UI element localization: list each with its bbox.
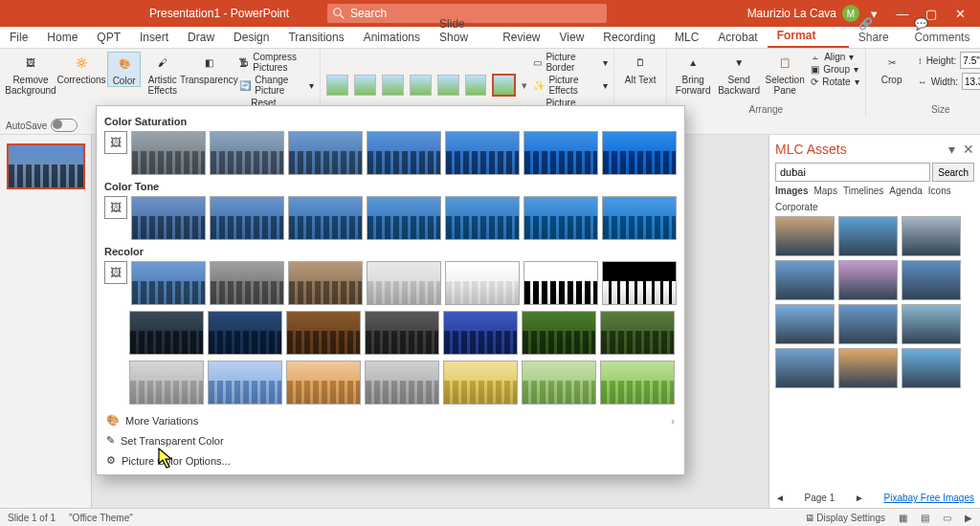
- tab-home[interactable]: Home: [37, 27, 87, 48]
- color-preset[interactable]: [367, 261, 441, 305]
- change-picture-button[interactable]: 🔄Change Picture ▾: [239, 75, 314, 96]
- no-recolor-button[interactable]: 🖼: [104, 261, 127, 284]
- color-preset[interactable]: [131, 261, 206, 305]
- style-preset[interactable]: [437, 75, 459, 96]
- width-input[interactable]: [962, 73, 980, 90]
- color-preset[interactable]: [445, 196, 520, 240]
- color-preset[interactable]: [523, 196, 598, 240]
- asset-thumb[interactable]: [775, 216, 835, 256]
- set-transparent-color-button[interactable]: ✎Set Transparent Color: [104, 430, 677, 450]
- asset-thumb[interactable]: [838, 348, 898, 388]
- mlc-tab-maps[interactable]: Maps: [813, 186, 836, 196]
- color-preset[interactable]: [445, 131, 520, 175]
- tab-draw[interactable]: Draw: [178, 27, 224, 48]
- asset-thumb[interactable]: [775, 348, 835, 388]
- color-preset[interactable]: [286, 311, 361, 355]
- asset-thumb[interactable]: [902, 216, 961, 256]
- color-preset[interactable]: [365, 361, 439, 405]
- color-preset[interactable]: [522, 361, 596, 405]
- tab-insert[interactable]: Insert: [130, 27, 178, 48]
- asset-thumb[interactable]: [838, 304, 898, 344]
- group-button[interactable]: ▣Group ▾: [811, 64, 858, 75]
- view-reading-icon[interactable]: ▭: [943, 513, 951, 523]
- compress-pictures-button[interactable]: 🗜Compress Pictures: [239, 52, 314, 73]
- color-preset[interactable]: [443, 361, 518, 405]
- picture-color-options-button[interactable]: ⚙Picture Color Options...: [104, 450, 677, 471]
- styles-more-icon[interactable]: ▾: [522, 79, 527, 92]
- color-preset[interactable]: [210, 261, 284, 305]
- color-preset[interactable]: [129, 311, 204, 355]
- no-recolor-button[interactable]: 🖼: [104, 196, 127, 219]
- crop-button[interactable]: ✂Crop: [872, 52, 912, 85]
- height-field[interactable]: ↕Height:: [918, 52, 980, 69]
- send-backward-button[interactable]: ▼Send Backward: [719, 52, 759, 96]
- style-preset[interactable]: [354, 75, 376, 96]
- style-preset-selected[interactable]: [492, 74, 516, 97]
- tab-qpt[interactable]: QPT: [87, 27, 130, 48]
- tab-file[interactable]: File: [0, 27, 37, 48]
- display-settings-button[interactable]: 🖥 Display Settings: [805, 513, 885, 523]
- color-preset[interactable]: [288, 196, 363, 240]
- tab-animations[interactable]: Animations: [354, 27, 430, 48]
- color-preset[interactable]: [602, 131, 677, 175]
- tab-review[interactable]: Review: [493, 27, 549, 48]
- color-preset[interactable]: [288, 131, 363, 175]
- tab-view[interactable]: View: [550, 27, 594, 48]
- color-preset[interactable]: [602, 261, 677, 305]
- mlc-close-icon[interactable]: ✕: [963, 142, 974, 157]
- color-preset[interactable]: [523, 131, 598, 175]
- color-preset[interactable]: [131, 131, 206, 175]
- color-preset[interactable]: [600, 361, 675, 405]
- corrections-button[interactable]: 🔆Corrections: [61, 52, 101, 85]
- tab-slideshow[interactable]: Slide Show: [430, 13, 493, 48]
- asset-thumb[interactable]: [902, 304, 961, 344]
- color-preset[interactable]: [365, 311, 439, 355]
- color-preset[interactable]: [445, 261, 520, 305]
- tab-picture-format[interactable]: Picture Format: [768, 11, 849, 48]
- width-field[interactable]: ↔Width:: [918, 73, 980, 90]
- slide-thumb-1[interactable]: 1: [7, 143, 85, 189]
- mlc-tab-images[interactable]: Images: [775, 186, 808, 196]
- mlc-tab-icons[interactable]: Icons: [928, 186, 951, 196]
- asset-thumb[interactable]: [902, 348, 961, 388]
- mlc-dropdown-icon[interactable]: ▾: [948, 142, 955, 157]
- color-preset[interactable]: [602, 196, 677, 240]
- color-preset[interactable]: [523, 261, 598, 305]
- mlc-tab-corporate[interactable]: Corporate: [775, 202, 817, 212]
- color-preset[interactable]: [443, 311, 518, 355]
- tab-recording[interactable]: Recording: [593, 27, 665, 48]
- style-preset[interactable]: [326, 75, 348, 96]
- asset-thumb[interactable]: [775, 304, 835, 344]
- picture-effects-button[interactable]: ✨Picture Effects ▾: [533, 75, 608, 96]
- autosave-toggle[interactable]: [51, 119, 78, 132]
- style-preset[interactable]: [382, 75, 404, 96]
- tab-acrobat[interactable]: Acrobat: [708, 27, 767, 48]
- alt-text-button[interactable]: 🗒Alt Text: [620, 52, 660, 85]
- tab-transitions[interactable]: Transitions: [278, 27, 353, 48]
- asset-thumb[interactable]: [775, 260, 835, 300]
- mlc-prev-icon[interactable]: ◄: [775, 493, 785, 503]
- color-preset[interactable]: [208, 311, 282, 355]
- view-normal-icon[interactable]: ▦: [899, 513, 907, 523]
- color-preset[interactable]: [522, 311, 596, 355]
- asset-thumb[interactable]: [838, 216, 898, 256]
- mlc-search-button[interactable]: Search: [932, 163, 974, 182]
- view-slideshow-icon[interactable]: ▶: [965, 513, 972, 523]
- bring-forward-button[interactable]: ▲Bring Forward: [673, 52, 713, 96]
- color-preset[interactable]: [129, 361, 204, 405]
- comments-button[interactable]: 💬 Comments: [904, 13, 980, 48]
- color-preset[interactable]: [367, 196, 441, 240]
- color-button[interactable]: 🎨Color: [107, 52, 141, 87]
- asset-thumb[interactable]: [902, 260, 961, 300]
- remove-background-button[interactable]: 🖼Remove Background: [6, 52, 56, 96]
- color-preset[interactable]: [131, 196, 206, 240]
- tab-design[interactable]: Design: [224, 27, 278, 48]
- color-preset[interactable]: [210, 196, 284, 240]
- align-button[interactable]: ⫠Align ▾: [811, 52, 858, 62]
- no-recolor-button[interactable]: 🖼: [104, 131, 127, 154]
- mlc-search-input[interactable]: [775, 163, 930, 182]
- mlc-tab-agenda[interactable]: Agenda: [889, 186, 922, 196]
- artistic-effects-button[interactable]: 🖌Artistic Effects: [146, 52, 178, 96]
- mlc-next-icon[interactable]: ►: [855, 493, 864, 503]
- picture-border-button[interactable]: ▭Picture Border ▾: [533, 52, 608, 73]
